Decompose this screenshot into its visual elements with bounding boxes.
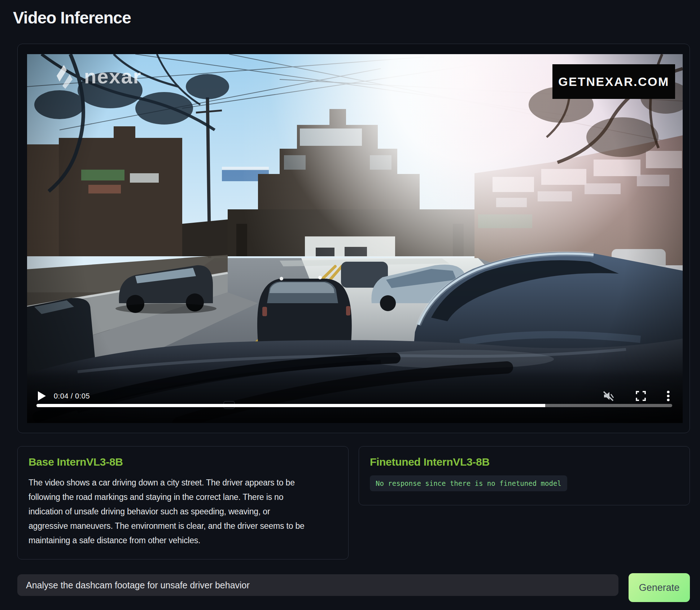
muted-speaker-icon[interactable] xyxy=(602,390,614,402)
play-icon[interactable] xyxy=(38,391,46,401)
nexar-watermark: nexar xyxy=(54,64,141,89)
nexar-watermark-text: nexar xyxy=(84,65,141,88)
fullscreen-icon[interactable] xyxy=(635,390,647,402)
kebab-menu-icon[interactable] xyxy=(664,390,673,402)
page-title: Video Inference xyxy=(13,8,131,27)
nexar-logo-icon xyxy=(54,64,78,89)
getnexar-badge-text: GETNEXAR.COM xyxy=(558,75,669,89)
base-model-response: The video shows a car driving down a cit… xyxy=(29,475,311,548)
vignette xyxy=(27,54,683,423)
finetuned-model-title: Finetuned InternVL3-8B xyxy=(370,456,679,468)
panel-finetuned-model: Finetuned InternVL3-8B No response since… xyxy=(359,446,690,505)
generate-button-label: Generate xyxy=(639,582,680,593)
panel-base-model: Base InternVL3-8B The video shows a car … xyxy=(17,446,349,559)
finetuned-model-note: No response since there is no finetuned … xyxy=(370,475,567,491)
getnexar-badge: GETNEXAR.COM xyxy=(552,64,675,99)
video-progress-fill xyxy=(36,404,545,407)
video-inference-page: { "page": { "title": "Video Inference" }… xyxy=(0,0,700,610)
time-display: 0:04 / 0:05 xyxy=(54,391,90,401)
base-model-title: Base InternVL3-8B xyxy=(29,456,337,468)
video-card: nexar GETNEXAR.COM 0:04 / 0:05 xyxy=(17,44,690,433)
dashcam-video-player[interactable]: nexar GETNEXAR.COM 0:04 / 0:05 xyxy=(27,54,683,423)
prompt-input[interactable] xyxy=(17,574,618,596)
video-progress-bar[interactable] xyxy=(36,404,672,407)
video-controls: 0:04 / 0:05 xyxy=(27,386,683,405)
generate-button[interactable]: Generate xyxy=(629,573,690,602)
dashcam-scene xyxy=(27,54,683,423)
